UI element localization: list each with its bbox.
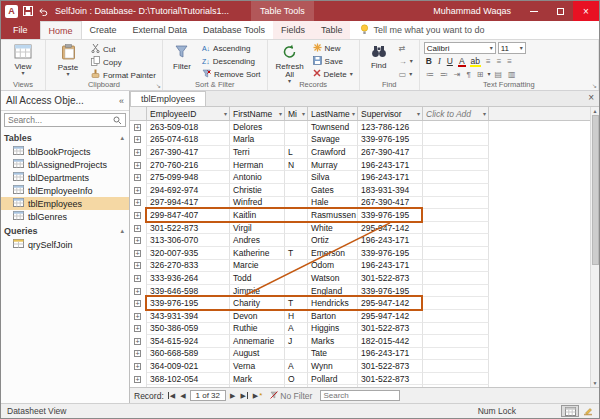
cell[interactable]: Delores <box>230 121 285 134</box>
cell[interactable]: Charity <box>230 297 285 310</box>
record-selector[interactable]: + <box>130 373 147 386</box>
cell[interactable]: August <box>230 348 285 361</box>
record-selector[interactable]: + <box>130 222 147 235</box>
delete-record-button[interactable]: Delete▾ <box>311 68 355 80</box>
cell[interactable]: Pollard <box>308 373 358 386</box>
cell[interactable]: 265-074-618 <box>147 134 230 147</box>
fill-color-icon[interactable]: ▥ <box>506 70 518 79</box>
cell[interactable]: 313-306-070 <box>147 234 230 247</box>
cell[interactable]: Marcie <box>230 260 285 273</box>
alt-row-color-icon[interactable]: ▤ <box>492 70 504 79</box>
gridlines-icon[interactable]: ⊞ <box>475 70 486 79</box>
text-direction-icon[interactable]: ¶ <box>464 70 472 79</box>
cell[interactable] <box>423 209 489 222</box>
indent-icon[interactable]: ⇥ <box>452 70 463 79</box>
cell[interactable]: 275-099-948 <box>147 171 230 184</box>
cell[interactable]: Winfred <box>230 197 285 210</box>
replace-button[interactable]: ⇄ <box>397 43 415 55</box>
record-selector[interactable]: + <box>130 272 147 285</box>
cell[interactable]: Marks <box>308 335 358 348</box>
cell[interactable]: 270-760-216 <box>147 159 230 172</box>
minimize-button[interactable] <box>521 1 547 21</box>
cell[interactable]: 267-390-417 <box>358 197 423 210</box>
filter-status-button[interactable]: No Filter <box>270 391 312 401</box>
cell[interactable] <box>423 184 489 197</box>
cell[interactable]: Virgil <box>230 222 285 235</box>
sidebar-item-tblbookprojects[interactable]: tblBookProjects <box>1 145 129 158</box>
record-selector[interactable]: + <box>130 260 147 273</box>
cell[interactable]: 295-947-142 <box>358 310 423 323</box>
navigation-search-input[interactable] <box>8 115 113 125</box>
cell[interactable]: Higgins <box>308 323 358 336</box>
dropdown-arrow-icon[interactable]: ▾ <box>224 110 227 117</box>
cell[interactable] <box>285 171 308 184</box>
new-blank-record-button[interactable]: ▶* <box>252 391 264 400</box>
cell[interactable]: 295-947-142 <box>358 222 423 235</box>
datasheet-view-button[interactable] <box>561 405 579 417</box>
text-formatting-dialog-launcher[interactable]: ↘ <box>592 83 597 89</box>
cell[interactable]: 267-390-417 <box>358 146 423 159</box>
cell[interactable] <box>285 209 308 222</box>
column-header-lastname[interactable]: LastName▾ <box>308 107 358 120</box>
select-all-corner[interactable] <box>130 107 147 120</box>
expand-row-icon[interactable]: + <box>134 262 141 269</box>
cell[interactable]: O <box>285 373 308 386</box>
descending-button[interactable]: Z↓Descending <box>200 56 263 68</box>
cell[interactable]: 196-243-171 <box>358 159 423 172</box>
expand-row-icon[interactable]: + <box>134 363 141 370</box>
cell[interactable]: Ortiz <box>308 234 358 247</box>
ribbon-tab-fields[interactable]: Fields <box>273 21 313 39</box>
cell[interactable]: Andres <box>230 234 285 247</box>
record-selector[interactable]: + <box>130 297 147 310</box>
cell[interactable] <box>285 260 308 273</box>
column-header-click-to-add[interactable]: Click to Add▾ <box>423 107 489 120</box>
cell[interactable]: Savage <box>308 134 358 147</box>
bullet-list-icon[interactable]: ≔ <box>424 70 436 79</box>
cell[interactable] <box>423 121 489 134</box>
dropdown-arrow-icon[interactable]: ▾ <box>302 110 305 117</box>
cell[interactable]: Christie <box>230 184 285 197</box>
cell[interactable] <box>423 310 489 323</box>
record-selector[interactable]: + <box>130 197 147 210</box>
cell[interactable]: A <box>285 323 308 336</box>
record-selector[interactable]: + <box>130 310 147 323</box>
sidebar-item-tblgenres[interactable]: tblGenres <box>1 210 129 223</box>
cell[interactable] <box>285 272 308 285</box>
go-to-button[interactable]: →▾ <box>397 56 415 68</box>
cell[interactable]: Antonio <box>230 171 285 184</box>
ascending-button[interactable]: A↓Ascending <box>200 43 263 55</box>
cell[interactable]: 299-847-407 <box>147 209 230 222</box>
expand-row-icon[interactable]: + <box>134 187 141 194</box>
record-selector[interactable]: + <box>130 171 147 184</box>
font-size-combo[interactable]: 11▾ <box>498 42 526 54</box>
record-selector[interactable]: + <box>130 323 147 336</box>
dropdown-arrow-icon[interactable]: ▾ <box>279 110 282 117</box>
expand-row-icon[interactable]: + <box>134 149 141 156</box>
cell[interactable] <box>285 285 308 298</box>
expand-row-icon[interactable]: + <box>134 350 141 357</box>
column-header-firstname[interactable]: FirstName▾ <box>230 107 285 120</box>
cell[interactable]: Marla <box>230 134 285 147</box>
cell[interactable] <box>423 247 489 260</box>
cell[interactable] <box>285 184 308 197</box>
cell[interactable]: 320-007-935 <box>147 247 230 260</box>
expand-row-icon[interactable]: + <box>134 199 141 206</box>
cell[interactable]: Terri <box>230 146 285 159</box>
cell[interactable] <box>423 171 489 184</box>
cell[interactable] <box>285 121 308 134</box>
cell[interactable]: 301-522-873 <box>147 222 230 235</box>
tell-me-box[interactable]: Tell me what you want to do <box>360 21 484 39</box>
cell[interactable] <box>358 385 423 387</box>
cell[interactable] <box>423 323 489 336</box>
cell[interactable] <box>423 272 489 285</box>
shutter-collapse-icon[interactable]: « <box>119 96 124 106</box>
expand-row-icon[interactable]: + <box>134 136 141 143</box>
view-button[interactable]: View ▾ <box>5 42 41 80</box>
new-record-button[interactable]: New <box>311 43 355 55</box>
cell[interactable] <box>423 385 489 387</box>
expand-row-icon[interactable]: + <box>134 174 141 181</box>
sidebar-group-tables[interactable]: Tables▴ <box>1 130 129 145</box>
column-header-employeeid[interactable]: EmployeeID▾ <box>147 107 230 120</box>
cell[interactable]: 263-509-018 <box>147 121 230 134</box>
cell[interactable]: Herman <box>230 159 285 172</box>
